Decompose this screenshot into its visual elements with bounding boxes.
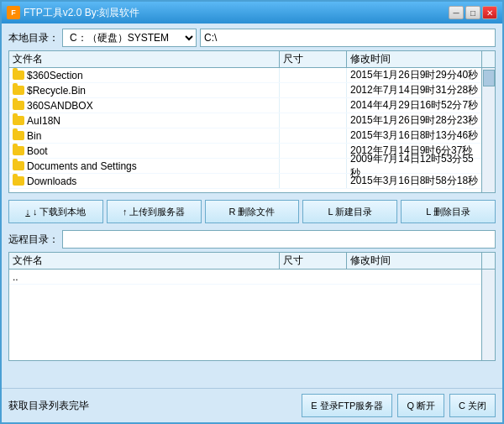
table-row[interactable]: Downloads 2015年3月16日8时58分18秒	[9, 174, 481, 189]
table-row[interactable]: $Recycle.Bin 2012年7月14日9时31分28秒	[9, 83, 481, 98]
remote-scrollbar[interactable]	[481, 270, 495, 360]
local-scrollbar[interactable]	[481, 68, 495, 192]
app-icon: F	[7, 6, 20, 19]
minimize-button[interactable]: ─	[449, 6, 464, 19]
folder-icon	[13, 161, 24, 170]
close-app-button[interactable]: C 关闭	[449, 394, 496, 417]
window-controls: ─ □ ✕	[449, 6, 497, 19]
table-row[interactable]: Documents and Settings 2009年7月14日12时53分5…	[9, 159, 481, 174]
local-drive-select[interactable]: C：（硬盘）SYSTEM	[62, 29, 197, 47]
local-path-input[interactable]	[200, 29, 496, 47]
status-text: 获取目录列表完毕	[8, 399, 297, 413]
remote-file-list: ..	[9, 270, 481, 360]
upload-button[interactable]: ↑ 上传到服务器	[107, 200, 202, 223]
header-time: 修改时间	[347, 51, 481, 67]
action-bar: ↓ ↓ 下载到本地 ↑ 上传到服务器 R 删除文件 L 新建目录 L 删除目录	[8, 196, 496, 227]
window-title: FTP工具v2.0 By:刻晨软件	[24, 6, 445, 20]
table-row[interactable]: ..	[9, 270, 481, 285]
scrollbar-thumb[interactable]	[483, 70, 495, 86]
delete-dir-button[interactable]: L 删除目录	[401, 200, 496, 223]
folder-icon	[13, 71, 24, 80]
folder-icon	[13, 101, 24, 110]
header-size: 尺寸	[280, 51, 347, 67]
bottom-bar: 获取目录列表完毕 E 登录FTP服务器 Q 断开 C 关闭	[2, 388, 502, 422]
local-file-header: 文件名 尺寸 修改时间	[9, 51, 495, 68]
main-window: F FTP工具v2.0 By:刻晨软件 ─ □ ✕ 本地目录： C：（硬盘）SY…	[0, 0, 504, 424]
header-scroll-space	[481, 51, 495, 67]
table-row[interactable]: Bin 2015年3月16日8时13分46秒	[9, 128, 481, 144]
close-button[interactable]: ✕	[482, 6, 497, 19]
remote-dir-label: 远程目录：	[8, 233, 59, 247]
local-dir-label: 本地目录：	[8, 31, 59, 45]
table-row[interactable]: $360Section 2015年1月26日9时29分40秒	[9, 68, 481, 83]
local-file-panel: 文件名 尺寸 修改时间 $360Section 2015年1月26日9时29分4…	[8, 50, 496, 193]
remote-header-scroll	[481, 253, 495, 269]
folder-icon	[13, 146, 24, 155]
folder-icon	[13, 176, 24, 186]
folder-icon	[13, 131, 24, 140]
remote-path-input[interactable]	[62, 230, 496, 249]
remote-header-time: 修改时间	[347, 253, 481, 269]
title-bar: F FTP工具v2.0 By:刻晨软件 ─ □ ✕	[2, 2, 502, 24]
content-area: 本地目录： C：（硬盘）SYSTEM 文件名 尺寸 修改时间 $360Secti…	[2, 24, 502, 388]
local-file-list: $360Section 2015年1月26日9时29分40秒 $Recycle.…	[9, 68, 481, 192]
header-name: 文件名	[9, 51, 280, 67]
remote-dir-row: 远程目录：	[8, 230, 496, 249]
folder-icon	[13, 86, 24, 95]
folder-icon	[13, 116, 24, 125]
maximize-button[interactable]: □	[465, 6, 480, 19]
delete-file-button[interactable]: R 删除文件	[205, 200, 300, 223]
login-ftp-button[interactable]: E 登录FTP服务器	[302, 394, 392, 417]
local-dir-row: 本地目录： C：（硬盘）SYSTEM	[8, 29, 496, 47]
disconnect-button[interactable]: Q 断开	[397, 394, 444, 417]
download-button[interactable]: ↓ ↓ 下载到本地	[8, 200, 103, 223]
remote-file-header: 文件名 尺寸 修改时间	[9, 253, 495, 270]
remote-header-name: 文件名	[9, 253, 280, 269]
table-row[interactable]: 360SANDBOX 2014年4月29日16时52分7秒	[9, 98, 481, 113]
table-row[interactable]: AuI18N 2015年1月26日9时28分23秒	[9, 113, 481, 128]
new-dir-button[interactable]: L 新建目录	[302, 200, 397, 223]
remote-file-panel: 文件名 尺寸 修改时间 ..	[8, 252, 496, 361]
remote-header-size: 尺寸	[280, 253, 347, 269]
